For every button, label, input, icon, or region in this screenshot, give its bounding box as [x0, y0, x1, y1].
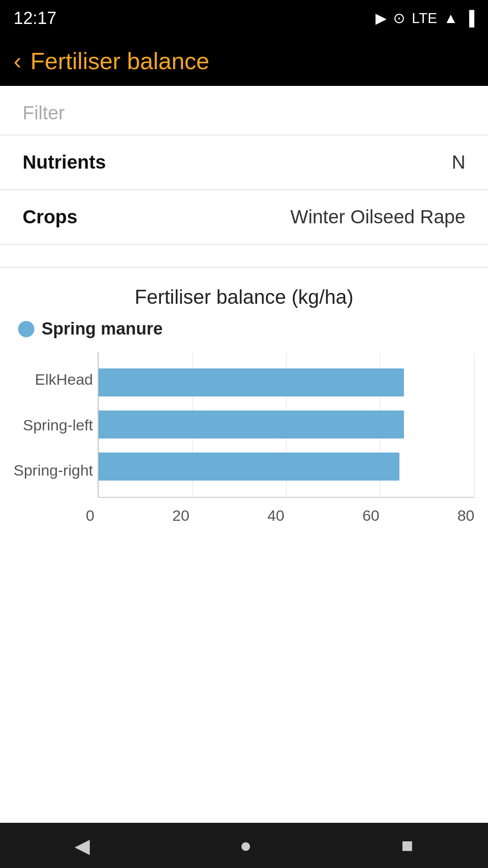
- nav-recent-button[interactable]: ■: [401, 834, 413, 857]
- signal-icon: ▲: [444, 10, 458, 27]
- nutrients-row[interactable]: Nutrients N: [0, 135, 488, 190]
- status-time: 12:17: [14, 9, 56, 28]
- x-axis-labels: 0 20 40 60 80: [86, 502, 474, 524]
- chart-title: Fertiliser balance (kg/ha): [14, 286, 474, 308]
- filter-label: Filter: [23, 102, 65, 123]
- y-label-spring-left: Spring-left: [14, 402, 93, 448]
- bar-spring-left: [99, 410, 404, 439]
- status-bar: 12:17 ▶ ⊙ LTE ▲ ▐: [0, 0, 488, 36]
- x-label-80: 80: [457, 507, 474, 524]
- filter-row[interactable]: Filter: [0, 86, 488, 135]
- x-axis-row: 0 20 40 60 80: [14, 502, 474, 524]
- bar-row-spring-right: [99, 450, 474, 483]
- app-bar: ‹ Fertiliser balance: [0, 36, 488, 86]
- crops-key: Crops: [23, 206, 77, 228]
- nutrients-value: N: [452, 151, 465, 173]
- battery-icon: ▐: [464, 10, 474, 27]
- crops-row[interactable]: Crops Winter Oilseed Rape: [0, 190, 488, 245]
- x-label-20: 20: [172, 507, 189, 524]
- page-title: Fertiliser balance: [30, 47, 209, 75]
- crops-value: Winter Oilseed Rape: [291, 206, 466, 228]
- bottom-nav: ◀ ● ■: [0, 823, 488, 868]
- chart-section: Fertiliser balance (kg/ha) Spring manure…: [0, 267, 488, 538]
- nutrients-key: Nutrients: [23, 151, 106, 173]
- play-icon: ▶: [375, 9, 387, 27]
- spacer: [0, 245, 488, 258]
- nav-home-button[interactable]: ●: [239, 834, 252, 857]
- y-axis-labels: ElkHead Spring-left Spring-right: [14, 352, 98, 498]
- status-icons: ▶ ⊙ LTE ▲ ▐: [375, 9, 474, 27]
- y-label-elkhead: ElkHead: [14, 357, 93, 402]
- lte-label: LTE: [412, 10, 437, 27]
- back-button[interactable]: ‹: [14, 49, 21, 73]
- bars-wrapper: [99, 352, 474, 497]
- chart-container: ElkHead Spring-left Spring-right: [14, 352, 474, 524]
- bar-elkhead: [99, 368, 404, 396]
- legend-dot: [18, 321, 34, 337]
- legend-label: Spring manure: [42, 319, 163, 339]
- y-label-spring-right: Spring-right: [14, 448, 93, 493]
- x-label-0: 0: [86, 507, 94, 524]
- bars-area: [98, 352, 474, 498]
- chart-legend: Spring manure: [14, 319, 474, 339]
- bar-spring-right: [99, 453, 399, 481]
- x-label-40: 40: [267, 507, 285, 524]
- focus-icon: ⊙: [393, 9, 405, 27]
- chart-plot-area: ElkHead Spring-left Spring-right: [14, 352, 474, 498]
- bar-row-spring-left: [99, 408, 474, 441]
- bar-row-elkhead: [99, 366, 474, 399]
- nav-back-button[interactable]: ◀: [75, 834, 90, 857]
- x-label-60: 60: [362, 507, 380, 524]
